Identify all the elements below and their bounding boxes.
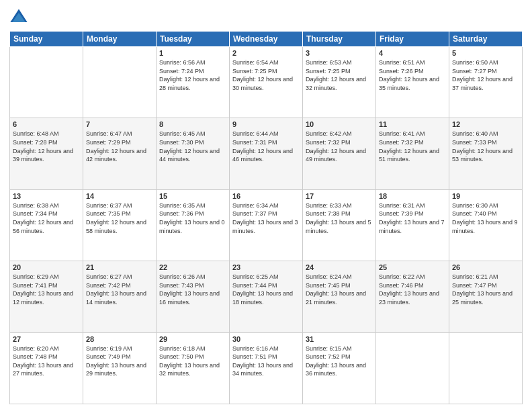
logo-icon bbox=[9, 8, 28, 27]
day-number: 3 bbox=[306, 49, 373, 57]
day-info: Sunrise: 6:50 AM Sunset: 7:27 PM Dayligh… bbox=[452, 58, 519, 92]
day-number: 12 bbox=[452, 120, 519, 128]
calendar-week-3: 13Sunrise: 6:38 AM Sunset: 7:34 PM Dayli… bbox=[10, 189, 523, 261]
calendar-table: SundayMondayTuesdayWednesdayThursdayFrid… bbox=[9, 31, 523, 404]
day-number: 29 bbox=[159, 335, 226, 343]
day-number: 25 bbox=[379, 263, 446, 271]
day-number: 6 bbox=[13, 120, 80, 128]
logo bbox=[9, 8, 32, 27]
calendar-cell: 5Sunrise: 6:50 AM Sunset: 7:27 PM Daylig… bbox=[449, 47, 523, 118]
day-info: Sunrise: 6:20 AM Sunset: 7:48 PM Dayligh… bbox=[13, 345, 80, 378]
calendar-cell: 9Sunrise: 6:44 AM Sunset: 7:31 PM Daylig… bbox=[230, 118, 303, 189]
calendar-cell: 26Sunrise: 6:21 AM Sunset: 7:47 PM Dayli… bbox=[449, 261, 523, 332]
day-number: 27 bbox=[13, 335, 80, 343]
day-info: Sunrise: 6:30 AM Sunset: 7:40 PM Dayligh… bbox=[452, 201, 519, 235]
calendar-cell: 15Sunrise: 6:35 AM Sunset: 7:36 PM Dayli… bbox=[157, 189, 230, 261]
day-header-monday: Monday bbox=[83, 32, 157, 47]
day-info: Sunrise: 6:27 AM Sunset: 7:42 PM Dayligh… bbox=[86, 273, 153, 306]
day-number: 11 bbox=[379, 120, 446, 128]
day-info: Sunrise: 6:45 AM Sunset: 7:30 PM Dayligh… bbox=[159, 130, 226, 163]
calendar-cell: 13Sunrise: 6:38 AM Sunset: 7:34 PM Dayli… bbox=[10, 189, 83, 261]
day-info: Sunrise: 6:31 AM Sunset: 7:39 PM Dayligh… bbox=[379, 201, 446, 235]
day-info: Sunrise: 6:47 AM Sunset: 7:29 PM Dayligh… bbox=[86, 130, 153, 163]
calendar-cell: 29Sunrise: 6:18 AM Sunset: 7:50 PM Dayli… bbox=[157, 332, 230, 404]
calendar-cell: 27Sunrise: 6:20 AM Sunset: 7:48 PM Dayli… bbox=[10, 332, 83, 404]
day-number: 16 bbox=[232, 192, 300, 200]
calendar-cell: 11Sunrise: 6:41 AM Sunset: 7:32 PM Dayli… bbox=[376, 118, 449, 189]
day-header-tuesday: Tuesday bbox=[157, 32, 230, 47]
day-info: Sunrise: 6:24 AM Sunset: 7:45 PM Dayligh… bbox=[306, 273, 373, 306]
calendar-cell: 22Sunrise: 6:26 AM Sunset: 7:43 PM Dayli… bbox=[157, 261, 230, 332]
day-number: 13 bbox=[13, 192, 80, 200]
calendar-cell: 28Sunrise: 6:19 AM Sunset: 7:49 PM Dayli… bbox=[83, 332, 157, 404]
calendar-cell bbox=[376, 332, 449, 404]
day-number: 23 bbox=[232, 263, 300, 271]
day-number: 1 bbox=[159, 49, 226, 57]
day-info: Sunrise: 6:21 AM Sunset: 7:47 PM Dayligh… bbox=[452, 273, 519, 306]
day-number: 24 bbox=[306, 263, 373, 271]
day-info: Sunrise: 6:18 AM Sunset: 7:50 PM Dayligh… bbox=[159, 345, 226, 378]
calendar-cell bbox=[449, 332, 523, 404]
calendar-cell: 30Sunrise: 6:16 AM Sunset: 7:51 PM Dayli… bbox=[230, 332, 303, 404]
day-info: Sunrise: 6:42 AM Sunset: 7:32 PM Dayligh… bbox=[306, 130, 373, 163]
day-info: Sunrise: 6:53 AM Sunset: 7:25 PM Dayligh… bbox=[306, 58, 373, 92]
day-info: Sunrise: 6:25 AM Sunset: 7:44 PM Dayligh… bbox=[232, 273, 300, 306]
day-info: Sunrise: 6:54 AM Sunset: 7:25 PM Dayligh… bbox=[232, 58, 300, 92]
calendar-cell: 1Sunrise: 6:56 AM Sunset: 7:24 PM Daylig… bbox=[157, 47, 230, 118]
page: SundayMondayTuesdayWednesdayThursdayFrid… bbox=[0, 0, 532, 411]
day-header-friday: Friday bbox=[376, 32, 449, 47]
calendar-cell: 20Sunrise: 6:29 AM Sunset: 7:41 PM Dayli… bbox=[10, 261, 83, 332]
day-number: 17 bbox=[306, 192, 373, 200]
day-info: Sunrise: 6:41 AM Sunset: 7:32 PM Dayligh… bbox=[379, 130, 446, 163]
day-number: 7 bbox=[86, 120, 153, 128]
day-number: 18 bbox=[379, 192, 446, 200]
day-number: 20 bbox=[13, 263, 80, 271]
calendar-cell: 7Sunrise: 6:47 AM Sunset: 7:29 PM Daylig… bbox=[83, 118, 157, 189]
calendar-cell: 6Sunrise: 6:48 AM Sunset: 7:28 PM Daylig… bbox=[10, 118, 83, 189]
day-info: Sunrise: 6:22 AM Sunset: 7:46 PM Dayligh… bbox=[379, 273, 446, 306]
day-number: 8 bbox=[159, 120, 226, 128]
day-info: Sunrise: 6:40 AM Sunset: 7:33 PM Dayligh… bbox=[452, 130, 519, 163]
day-number: 28 bbox=[86, 335, 153, 343]
calendar-cell: 18Sunrise: 6:31 AM Sunset: 7:39 PM Dayli… bbox=[376, 189, 449, 261]
calendar-cell: 21Sunrise: 6:27 AM Sunset: 7:42 PM Dayli… bbox=[83, 261, 157, 332]
calendar-cell: 23Sunrise: 6:25 AM Sunset: 7:44 PM Dayli… bbox=[230, 261, 303, 332]
header bbox=[9, 8, 523, 27]
day-info: Sunrise: 6:35 AM Sunset: 7:36 PM Dayligh… bbox=[159, 201, 226, 235]
day-number: 10 bbox=[306, 120, 373, 128]
day-number: 21 bbox=[86, 263, 153, 271]
calendar-header-row: SundayMondayTuesdayWednesdayThursdayFrid… bbox=[10, 32, 523, 47]
day-info: Sunrise: 6:51 AM Sunset: 7:26 PM Dayligh… bbox=[379, 58, 446, 92]
calendar-week-5: 27Sunrise: 6:20 AM Sunset: 7:48 PM Dayli… bbox=[10, 332, 523, 404]
day-info: Sunrise: 6:38 AM Sunset: 7:34 PM Dayligh… bbox=[13, 201, 80, 235]
day-number: 30 bbox=[232, 335, 300, 343]
calendar-cell: 10Sunrise: 6:42 AM Sunset: 7:32 PM Dayli… bbox=[303, 118, 376, 189]
day-number: 15 bbox=[159, 192, 226, 200]
calendar-cell bbox=[83, 47, 157, 118]
calendar-cell: 12Sunrise: 6:40 AM Sunset: 7:33 PM Dayli… bbox=[449, 118, 523, 189]
day-number: 22 bbox=[159, 263, 226, 271]
calendar-week-2: 6Sunrise: 6:48 AM Sunset: 7:28 PM Daylig… bbox=[10, 118, 523, 189]
day-info: Sunrise: 6:34 AM Sunset: 7:37 PM Dayligh… bbox=[232, 201, 300, 235]
calendar-cell bbox=[10, 47, 83, 118]
calendar-cell: 31Sunrise: 6:15 AM Sunset: 7:52 PM Dayli… bbox=[303, 332, 376, 404]
calendar-cell: 25Sunrise: 6:22 AM Sunset: 7:46 PM Dayli… bbox=[376, 261, 449, 332]
day-header-saturday: Saturday bbox=[449, 32, 523, 47]
day-info: Sunrise: 6:33 AM Sunset: 7:38 PM Dayligh… bbox=[306, 201, 373, 235]
calendar-cell: 2Sunrise: 6:54 AM Sunset: 7:25 PM Daylig… bbox=[230, 47, 303, 118]
calendar-cell: 3Sunrise: 6:53 AM Sunset: 7:25 PM Daylig… bbox=[303, 47, 376, 118]
calendar-week-4: 20Sunrise: 6:29 AM Sunset: 7:41 PM Dayli… bbox=[10, 261, 523, 332]
day-number: 9 bbox=[232, 120, 300, 128]
day-info: Sunrise: 6:29 AM Sunset: 7:41 PM Dayligh… bbox=[13, 273, 80, 306]
calendar-cell: 4Sunrise: 6:51 AM Sunset: 7:26 PM Daylig… bbox=[376, 47, 449, 118]
day-info: Sunrise: 6:19 AM Sunset: 7:49 PM Dayligh… bbox=[86, 345, 153, 378]
calendar-week-1: 1Sunrise: 6:56 AM Sunset: 7:24 PM Daylig… bbox=[10, 47, 523, 118]
day-number: 31 bbox=[306, 335, 373, 343]
day-info: Sunrise: 6:26 AM Sunset: 7:43 PM Dayligh… bbox=[159, 273, 226, 306]
day-number: 5 bbox=[452, 49, 519, 57]
day-number: 14 bbox=[86, 192, 153, 200]
calendar-cell: 14Sunrise: 6:37 AM Sunset: 7:35 PM Dayli… bbox=[83, 189, 157, 261]
day-header-thursday: Thursday bbox=[303, 32, 376, 47]
day-number: 2 bbox=[232, 49, 300, 57]
day-info: Sunrise: 6:56 AM Sunset: 7:24 PM Dayligh… bbox=[159, 58, 226, 92]
